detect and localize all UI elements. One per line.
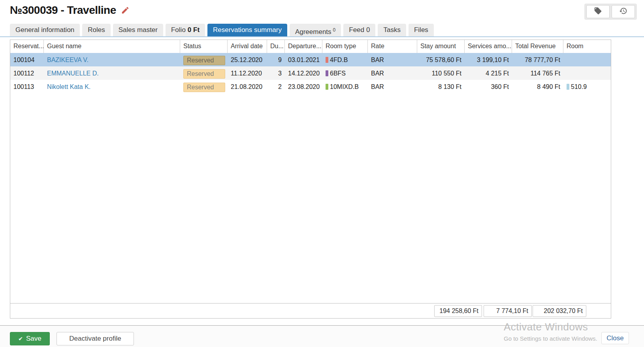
- header-actions: [584, 4, 637, 20]
- table-row[interactable]: 100112 EMMANUELLE D. Reserved 11.12.2020…: [10, 66, 611, 80]
- cell-guest-name: BAZIKEEVA V.: [44, 53, 180, 66]
- cell-status: Reserved: [180, 68, 228, 79]
- cell-status: Reserved: [180, 54, 228, 65]
- cell-arrival-date: 25.12.2020: [228, 53, 267, 66]
- guest-profile-window: №300039 - Travelline General: [0, 0, 644, 347]
- feed-count-badge: 0: [366, 26, 370, 34]
- tab-general-information[interactable]: General information: [10, 24, 80, 37]
- column-header-reservation[interactable]: Reservat...: [10, 40, 44, 53]
- column-header-arrival-date[interactable]: Arrival date: [228, 40, 267, 53]
- status-badge: Reserved: [183, 69, 225, 79]
- room-type-label: 4FD.B: [330, 57, 348, 63]
- history-icon: [619, 7, 627, 17]
- cell-reservation-number: 100113: [10, 80, 44, 93]
- history-button[interactable]: [612, 5, 635, 18]
- cell-stay-amount: 110 550 Ft: [417, 67, 465, 80]
- column-header-total-revenue[interactable]: Total Revenue: [512, 40, 563, 53]
- tab-reservations-summary[interactable]: Reservations summary: [207, 24, 287, 37]
- total-services-amount: 7 774,10 Ft: [484, 305, 532, 317]
- table-header-row: Reservat... Guest name Status Arrival da…: [10, 40, 611, 53]
- cell-services-amount: 3 199,10 Ft: [465, 53, 512, 66]
- status-badge: Reserved: [183, 83, 225, 92]
- room-type-color-marker: [326, 57, 328, 63]
- agreements-count-badge: 0: [333, 27, 336, 33]
- column-header-stay-amount[interactable]: Stay amount: [417, 40, 465, 53]
- cell-total-revenue: 78 777,70 Ft: [512, 53, 563, 66]
- cell-room-type: 6BFS: [322, 67, 368, 80]
- column-header-room-type[interactable]: Room type: [322, 40, 368, 53]
- cell-guest-name: EMMANUELLE D.: [44, 67, 180, 80]
- tab-label: Reservations summary: [213, 26, 282, 34]
- cell-arrival-date: 21.08.2020: [228, 80, 267, 93]
- tab-label: Sales master: [119, 26, 158, 34]
- total-stay-amount: 194 258,60 Ft: [434, 305, 482, 317]
- tag-icon: [594, 7, 602, 17]
- tab-roles[interactable]: Roles: [82, 24, 110, 37]
- column-header-guest-name[interactable]: Guest name: [44, 40, 180, 53]
- tab-label: Files: [414, 26, 428, 34]
- cell-services-amount: 4 215 Ft: [465, 67, 512, 80]
- room-color-marker: [567, 84, 569, 90]
- total-revenue: 202 032,70 Ft: [533, 305, 586, 317]
- cell-arrival-date: 11.12.2020: [228, 67, 267, 80]
- checkmark-icon: ✔: [18, 336, 23, 342]
- tab-files[interactable]: Files: [409, 24, 434, 37]
- table-row[interactable]: 100113 Nikolett Kata K. Reserved 21.08.2…: [10, 80, 611, 93]
- tab-label: Agreements: [295, 28, 331, 36]
- tags-button[interactable]: [586, 5, 610, 18]
- column-header-departure[interactable]: Departure...: [285, 40, 322, 53]
- column-header-room[interactable]: Room: [563, 40, 611, 53]
- tab-agreements[interactable]: Agreements0: [290, 24, 341, 37]
- room-type-label: 10MIXD.B: [330, 83, 359, 90]
- tab-label: Roles: [88, 26, 105, 34]
- deactivate-profile-button[interactable]: Deactivate profile: [56, 332, 134, 345]
- titlebar: №300039 - Travelline: [10, 4, 130, 17]
- column-header-services-amount[interactable]: Services amo...: [465, 40, 512, 53]
- cell-reservation-number: 100112: [10, 67, 44, 80]
- cell-duration: 9: [267, 53, 285, 66]
- tab-sales-master[interactable]: Sales master: [113, 24, 163, 37]
- tab-label: General information: [15, 26, 74, 34]
- footer-bar: ✔Save Deactivate profile Close: [0, 326, 644, 347]
- table-row[interactable]: 100104 BAZIKEEVA V. Reserved 25.12.2020 …: [10, 53, 611, 66]
- edit-pencil-icon[interactable]: [121, 6, 130, 15]
- cell-duration: 3: [267, 67, 285, 80]
- cell-room: 510.9: [563, 80, 611, 93]
- save-button[interactable]: ✔Save: [10, 332, 50, 345]
- guest-name-link[interactable]: EMMANUELLE D.: [47, 70, 99, 77]
- tab-label: Feed: [349, 26, 364, 34]
- tab-label: Folio: [171, 26, 186, 34]
- page-title: №300039 - Travelline: [10, 4, 116, 17]
- cell-room-type: 4FD.B: [322, 53, 368, 66]
- room-type-color-marker: [326, 84, 328, 90]
- close-button-label: Close: [606, 334, 623, 342]
- room-label: 510.9: [571, 83, 587, 90]
- cell-departure-date: 23.08.2020: [285, 80, 322, 93]
- cell-duration: 2: [267, 80, 285, 93]
- tab-folio[interactable]: Folio0 Ft: [166, 24, 205, 37]
- cell-status: Reserved: [180, 81, 228, 92]
- cell-stay-amount: 8 130 Ft: [417, 80, 465, 93]
- close-button[interactable]: Close: [601, 332, 629, 344]
- cell-total-revenue: 114 765 Ft: [512, 67, 563, 80]
- cell-stay-amount: 75 578,60 Ft: [417, 53, 465, 66]
- cell-guest-name: Nikolett Kata K.: [44, 80, 180, 93]
- guest-name-link[interactable]: Nikolett Kata K.: [47, 83, 90, 90]
- tabbar-underline: [0, 36, 644, 37]
- tab-label: Tasks: [383, 26, 400, 34]
- totals-row: 194 258,60 Ft 7 774,10 Ft 202 032,70 Ft: [10, 303, 611, 318]
- cell-departure-date: 14.12.2020: [285, 67, 322, 80]
- cell-room: [563, 53, 611, 66]
- cell-rate: BAR: [368, 80, 417, 93]
- room-type-label: 6BFS: [330, 70, 346, 77]
- column-header-status[interactable]: Status: [180, 40, 228, 53]
- room-type-color-marker: [326, 70, 328, 76]
- tab-tasks[interactable]: Tasks: [378, 24, 406, 37]
- tab-feed[interactable]: Feed0: [343, 24, 375, 37]
- guest-name-link[interactable]: BAZIKEEVA V.: [47, 57, 89, 63]
- column-header-rate[interactable]: Rate: [368, 40, 417, 53]
- cell-rate: BAR: [368, 53, 417, 66]
- cell-departure-date: 03.01.2021: [285, 53, 322, 66]
- cell-rate: BAR: [368, 67, 417, 80]
- column-header-duration[interactable]: Du...: [267, 40, 285, 53]
